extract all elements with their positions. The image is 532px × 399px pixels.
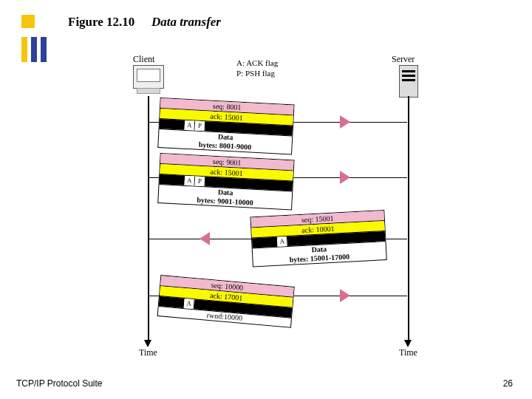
segment-4: seq: 10000 ack: 17001 A rwnd:10000 — [157, 275, 295, 328]
segment-2: seq: 9001 ack: 15001 A P Data bytes: 900… — [157, 153, 294, 210]
flag-spacer — [160, 174, 185, 185]
page-number: 26 — [503, 378, 513, 389]
segment-3: seq: 15001 ack: 10001 A Data bytes: 1500… — [250, 210, 386, 267]
server-time-arrow — [404, 340, 412, 347]
sequence-diagram: Client Server A: ACK flag P: PSH flag Ti… — [103, 52, 451, 369]
seg2-flag-p: P — [195, 177, 206, 187]
msg2-arrow-icon — [340, 171, 350, 184]
seg3-flag-a: A — [277, 236, 288, 247]
client-icon — [133, 65, 164, 89]
seg1-flag-p: P — [195, 121, 206, 132]
flag-spacer — [252, 237, 278, 248]
time-label-server: Time — [399, 347, 417, 358]
header-bar-blue — [41, 37, 47, 62]
server-label: Server — [392, 54, 415, 65]
msg4-arrow-icon — [340, 289, 350, 302]
seg1-flag-a: A — [185, 120, 196, 131]
legend-psh: P: PSH flag — [236, 68, 278, 78]
client-time-arrow — [144, 340, 151, 347]
flag-spacer — [160, 119, 185, 130]
header-bar-blue — [31, 37, 37, 62]
client-base — [137, 88, 160, 94]
figure-label: Figure 12.10 — [68, 15, 134, 30]
server-timeline — [408, 96, 409, 340]
flag-legend: A: ACK flag P: PSH flag — [236, 58, 278, 78]
header-bullet — [21, 15, 35, 28]
server-slot — [402, 79, 415, 81]
server-icon — [399, 65, 418, 98]
segment-1: seq: 8001 ack: 15001 A P Data bytes: 800… — [157, 98, 294, 154]
legend-ack: A: ACK flag — [236, 58, 278, 68]
client-label: Client — [133, 54, 154, 65]
client-timeline — [148, 96, 149, 340]
msg1-arrow-icon — [340, 115, 350, 129]
server-slot — [402, 70, 415, 72]
time-label-client: Time — [139, 347, 157, 358]
footer-suite: TCP/IP Protocol Suite — [16, 378, 103, 389]
server-slot — [402, 75, 415, 77]
figure-title: Data transfer — [151, 15, 221, 30]
seg2-flag-a: A — [185, 176, 196, 186]
msg3-arrow-icon — [200, 232, 210, 245]
seg4-flag-a: A — [184, 299, 195, 309]
header-bar-yellow — [21, 37, 27, 62]
monitor-screen — [137, 69, 160, 82]
